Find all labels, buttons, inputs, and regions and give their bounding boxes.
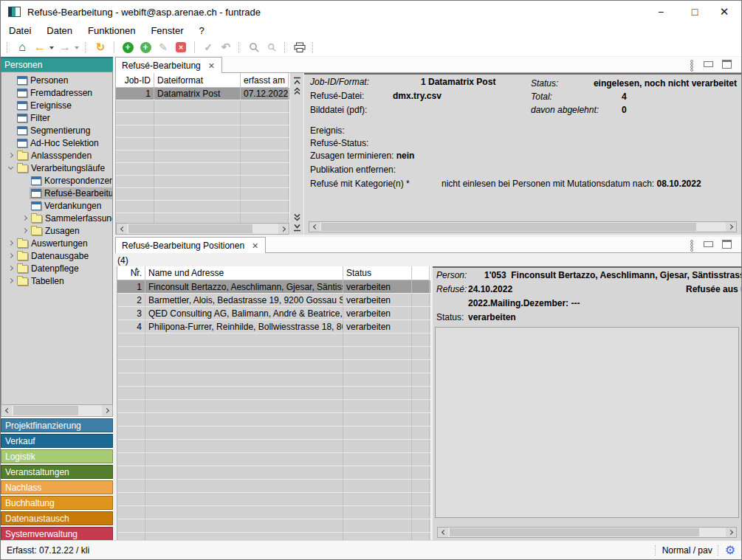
add-icon[interactable]: + xyxy=(123,42,134,53)
chevron-collapsed-icon[interactable] xyxy=(6,274,16,287)
column-erfasst-am[interactable]: erfasst am xyxy=(241,73,289,88)
menu-datei[interactable]: Datei xyxy=(7,24,32,37)
band-nachlass[interactable]: Nachlass xyxy=(1,480,113,494)
delete-icon[interactable]: ✕ xyxy=(176,42,186,52)
tab-close-icon[interactable]: ✕ xyxy=(208,61,215,73)
panel-maximize-icon[interactable] xyxy=(722,60,732,69)
scroll-left-icon[interactable] xyxy=(438,528,448,537)
menu-help[interactable]: ? xyxy=(197,24,205,37)
column-status[interactable]: Status xyxy=(343,266,412,280)
tree-item-segmentierung[interactable]: Segmentierung xyxy=(1,124,112,136)
scroll-last-record-icon[interactable] xyxy=(292,222,302,232)
tree-item-korrespondenzen[interactable]: Korrespondenzen a xyxy=(1,174,112,187)
tree-item-datenpflege[interactable]: Datenpflege xyxy=(1,262,112,274)
tree-item-sammelerfassung[interactable]: Sammelerfassung xyxy=(1,212,112,224)
back-dropdown-icon[interactable] xyxy=(49,46,54,49)
confirm-check-icon[interactable]: ✓ xyxy=(201,39,216,55)
close-button[interactable]: ✕ xyxy=(712,1,737,23)
search-icon[interactable] xyxy=(247,39,261,55)
chevron-collapsed-icon[interactable] xyxy=(20,212,30,224)
tree-item-filter[interactable]: Filter xyxy=(1,111,112,124)
band-logistik[interactable]: Logistik xyxy=(1,449,113,463)
tree-item-ereignisse[interactable]: Ereignisse xyxy=(1,99,112,111)
search-secondary-icon[interactable] xyxy=(264,39,279,55)
forward-icon[interactable]: → xyxy=(58,39,72,55)
panel-menu-dots-icon[interactable] xyxy=(690,60,695,72)
scroll-right-icon[interactable] xyxy=(102,405,112,416)
table-row-empty xyxy=(117,493,430,506)
tree-item-auswertungen[interactable]: Auswertungen xyxy=(1,237,112,249)
scrollbar-thumb[interactable] xyxy=(128,224,253,233)
table-row[interactable]: 2 Barmettler, Alois, Bedastrasse 19, 920… xyxy=(117,294,430,307)
toolbar-grip xyxy=(312,42,315,53)
panel-minimize-icon[interactable] xyxy=(704,61,713,67)
edit-pencil-icon[interactable]: ✎ xyxy=(156,39,171,55)
scroll-page-down-icon[interactable] xyxy=(292,212,302,222)
menu-fenster[interactable]: Fenster xyxy=(149,24,185,37)
chevron-expanded-icon[interactable] xyxy=(6,162,16,174)
tree-item-adhoc-selektion[interactable]: Ad-Hoc Selektion xyxy=(1,136,112,149)
undo-icon[interactable]: ↶ xyxy=(219,39,233,55)
column-dateiformat[interactable]: Dateiformat xyxy=(154,73,241,88)
table-row[interactable]: 1 Datamatrix Post 07.12.2022 xyxy=(116,88,289,100)
add-import-icon[interactable]: + xyxy=(140,42,151,53)
tab-refuse-bearbeitung-positionen[interactable]: Refusé-Bearbeitung Positionen ✕ xyxy=(115,237,266,253)
panel-menu-dots-icon[interactable] xyxy=(690,240,695,252)
column-name-adresse[interactable]: Name und Adresse xyxy=(145,266,343,280)
table-row[interactable]: 4 Philipona-Furrer, Reinhilde, Bollwiess… xyxy=(117,320,430,333)
panel-minimize-icon[interactable] xyxy=(704,241,713,247)
app-icon xyxy=(8,7,21,17)
tab-refuse-bearbeitung[interactable]: Refusé-Bearbeitung ✕ xyxy=(115,57,222,73)
scroll-left-icon[interactable] xyxy=(309,222,320,232)
tree-item-fremdadressen[interactable]: Fremdadressen xyxy=(1,86,112,99)
tree-item-anlassspenden[interactable]: Anlassspenden xyxy=(1,149,112,162)
tree-item-tabellen[interactable]: Tabellen xyxy=(1,274,112,287)
scrollbar-thumb[interactable] xyxy=(321,223,696,231)
panel-maximize-icon[interactable] xyxy=(722,240,732,249)
scroll-first-record-icon[interactable] xyxy=(292,75,302,86)
tree-item-verarbeitungslaeufe[interactable]: Verarbeitungsläufe xyxy=(1,162,112,174)
scroll-right-icon[interactable] xyxy=(726,528,736,537)
home-icon[interactable]: ⌂ xyxy=(15,39,30,55)
band-datenaustausch[interactable]: Datenaustausch xyxy=(1,511,113,525)
positions-tabbar: Refusé-Bearbeitung Positionen ✕ xyxy=(115,237,741,253)
scroll-left-icon[interactable] xyxy=(117,224,127,234)
chevron-collapsed-icon[interactable] xyxy=(6,149,16,162)
scroll-page-up-icon[interactable] xyxy=(292,86,302,96)
band-verkauf[interactable]: Verkauf xyxy=(1,434,113,448)
table-row-empty xyxy=(117,519,430,533)
tree-item-verdankungen[interactable]: Verdankungen xyxy=(1,199,112,212)
scrollbar-thumb[interactable] xyxy=(450,528,699,536)
menu-daten[interactable]: Daten xyxy=(45,24,74,37)
column-nr[interactable]: Nr. xyxy=(117,266,145,280)
tab-close-icon[interactable]: ✕ xyxy=(252,241,258,253)
band-projektfinanzierung[interactable]: Projektfinanzierung xyxy=(1,418,113,432)
band-buchhaltung[interactable]: Buchhaltung xyxy=(1,496,113,510)
maximize-button[interactable]: □ xyxy=(682,1,707,23)
table-row[interactable]: 3 QED Consulting AG, Balimann, André & B… xyxy=(117,307,430,320)
print-icon[interactable] xyxy=(292,39,307,55)
back-icon[interactable]: ← xyxy=(32,39,47,55)
scrollbar-thumb[interactable] xyxy=(13,406,78,415)
scroll-right-icon[interactable] xyxy=(278,224,289,234)
refresh-icon[interactable]: ↻ xyxy=(93,39,108,55)
minimize-button[interactable]: − xyxy=(648,1,673,23)
band-systemverwaltung[interactable]: Systemverwaltung xyxy=(1,527,113,541)
window-icon xyxy=(17,139,27,148)
band-veranstaltungen[interactable]: Veranstaltungen xyxy=(1,465,113,479)
menu-funktionen[interactable]: Funktionen xyxy=(86,24,137,37)
scroll-right-icon[interactable] xyxy=(726,222,736,232)
chevron-collapsed-icon[interactable] xyxy=(6,249,16,262)
tree-item-personen[interactable]: Personen xyxy=(1,74,112,86)
chevron-collapsed-icon[interactable] xyxy=(6,237,16,249)
chevron-collapsed-icon[interactable] xyxy=(6,262,16,274)
chevron-collapsed-icon[interactable] xyxy=(20,224,30,237)
tree-item-datenausgabe[interactable]: Datenausgabe xyxy=(1,249,112,262)
settings-gear-icon[interactable]: ⚙ xyxy=(725,545,735,556)
tree-item-refuse-bearbeitung[interactable]: Refusé-Bearbeitung xyxy=(1,187,112,199)
column-job-id[interactable]: Job-ID xyxy=(116,73,154,88)
scroll-left-icon[interactable] xyxy=(1,405,12,416)
tree-item-zusagen[interactable]: Zusagen xyxy=(1,224,112,237)
forward-dropdown-icon[interactable] xyxy=(75,46,79,49)
table-row[interactable]: 1 Finconsult Bertazzo, Aeschlimann, Gjes… xyxy=(117,280,430,294)
